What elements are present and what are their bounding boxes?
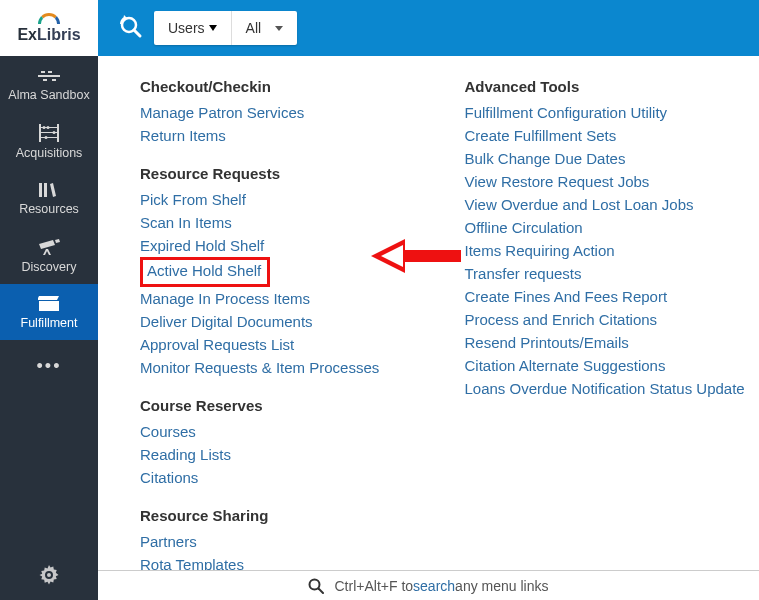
menu-link-loans-overdue-notification-status-update[interactable]: Loans Overdue Notification Status Update [465,377,750,400]
hint-keyword: search [413,578,455,594]
svg-point-2 [53,131,56,134]
topbar-search-button[interactable] [108,14,154,43]
annotation-highlight-box: Active Hold Shelf [140,257,270,287]
menu-link-transfer-requests[interactable]: Transfer requests [465,262,750,285]
telescope-icon [37,238,61,256]
sidebar-item-label: Resources [19,202,79,216]
section-heading-resource-sharing: Resource Sharing [140,507,425,524]
search-scope-group: Users All [154,11,297,45]
sidebar-item-label: Fulfillment [21,316,78,330]
menu-link-offline-circulation[interactable]: Offline Circulation [465,216,750,239]
sidebar-item-alma-sandbox[interactable]: Alma Sandbox [0,56,98,112]
hint-post: any menu links [455,578,548,594]
gear-icon [39,565,59,585]
menu-panel: Checkout/CheckinManage Patron ServicesRe… [98,56,759,570]
filter-dropdown[interactable]: All [231,11,298,45]
section-heading-course-reserves: Course Reserves [140,397,425,414]
section-heading-checkout-checkin: Checkout/Checkin [140,78,425,95]
sidebar-item-label: Acquisitions [16,146,83,160]
menu-link-courses[interactable]: Courses [140,420,425,443]
menu-link-active-hold-shelf[interactable]: Active Hold Shelf [140,257,425,287]
nav-items: Alma Sandbox Acquisitions Resources Disc… [0,56,98,393]
menu-link-return-items[interactable]: Return Items [140,124,425,147]
menu-column-left: Checkout/CheckinManage Patron ServicesRe… [140,78,425,560]
svg-line-8 [319,588,324,593]
topbar: Users All [98,0,759,56]
sidebar-item-acquisitions[interactable]: Acquisitions [0,112,98,170]
books-icon [37,182,61,198]
menu-link-manage-patron-services[interactable]: Manage Patron Services [140,101,425,124]
menu-column-right: Advanced ToolsFulfillment Configuration … [465,78,750,560]
logo-arc-icon [38,13,60,24]
sidebar: ExLibris Alma Sandbox Acquisitions Resou… [0,0,98,600]
menu-link-create-fulfillment-sets[interactable]: Create Fulfillment Sets [465,124,750,147]
menu-link-reading-lists[interactable]: Reading Lists [140,443,425,466]
sandbox-icon [38,68,60,84]
scope-dropdown[interactable]: Users [154,11,231,45]
menu-link-citations[interactable]: Citations [140,466,425,489]
menu-link-create-fines-and-fees-report[interactable]: Create Fines And Fees Report [465,285,750,308]
menu-link-resend-printouts-emails[interactable]: Resend Printouts/Emails [465,331,750,354]
sidebar-item-discovery[interactable]: Discovery [0,226,98,284]
menu-link-items-requiring-action[interactable]: Items Requiring Action [465,239,750,262]
svg-line-5 [134,30,140,36]
sidebar-item-fulfillment[interactable]: Fulfillment [0,284,98,340]
bottom-search-hint[interactable]: Ctrl+Alt+F to search any menu links [98,570,759,600]
caret-down-icon [209,25,217,31]
sidebar-settings[interactable] [0,565,98,588]
logo-text-part2: Libris [37,26,81,43]
svg-point-0 [43,126,46,129]
logo: ExLibris [0,0,98,56]
logo-text-part1: Ex [17,26,37,43]
scope-label: Users [168,20,205,36]
search-refresh-icon [118,14,144,40]
svg-point-1 [47,126,50,129]
menu-link-partners[interactable]: Partners [140,530,425,553]
menu-link-process-and-enrich-citations[interactable]: Process and Enrich Citations [465,308,750,331]
menu-link-view-overdue-and-lost-loan-jobs[interactable]: View Overdue and Lost Loan Jobs [465,193,750,216]
menu-link-monitor-requests-item-processes[interactable]: Monitor Requests & Item Processes [140,356,425,379]
caret-down-icon [275,26,283,31]
hint-pre: Ctrl+Alt+F to [334,578,413,594]
clapper-icon [38,296,60,312]
menu-link-bulk-change-due-dates[interactable]: Bulk Change Due Dates [465,147,750,170]
menu-link-citation-alternate-suggestions[interactable]: Citation Alternate Suggestions [465,354,750,377]
sidebar-item-label: Discovery [22,260,77,274]
menu-link-manage-in-process-items[interactable]: Manage In Process Items [140,287,425,310]
section-heading-resource-requests: Resource Requests [140,165,425,182]
menu-link-expired-hold-shelf[interactable]: Expired Hold Shelf [140,234,425,257]
menu-link-fulfillment-configuration-utility[interactable]: Fulfillment Configuration Utility [465,101,750,124]
abacus-icon [38,124,60,142]
menu-link-pick-from-shelf[interactable]: Pick From Shelf [140,188,425,211]
search-icon [308,578,324,594]
sidebar-item-resources[interactable]: Resources [0,170,98,226]
svg-point-3 [45,136,48,139]
menu-link-scan-in-items[interactable]: Scan In Items [140,211,425,234]
sidebar-item-more[interactable]: ••• [0,340,98,393]
menu-link-approval-requests-list[interactable]: Approval Requests List [140,333,425,356]
menu-link-deliver-digital-documents[interactable]: Deliver Digital Documents [140,310,425,333]
section-heading-advanced-tools: Advanced Tools [465,78,750,95]
sidebar-item-label: Alma Sandbox [8,88,89,102]
menu-link-view-restore-request-jobs[interactable]: View Restore Request Jobs [465,170,750,193]
filter-label: All [246,20,262,36]
more-icon: ••• [37,356,62,376]
